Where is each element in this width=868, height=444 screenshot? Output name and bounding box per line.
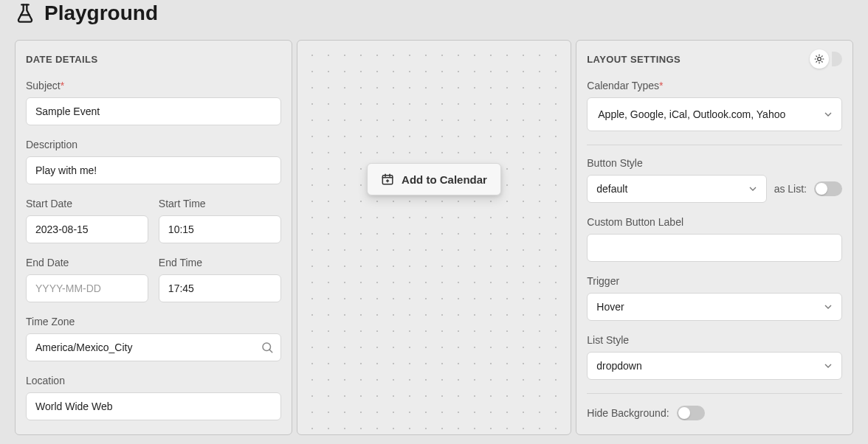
hide-background-label: Hide Background: — [587, 407, 669, 419]
as-list-label: as List: — [774, 183, 807, 195]
end-date-label: End Date — [26, 257, 148, 268]
add-to-calendar-label: Add to Calendar — [402, 173, 487, 186]
add-to-calendar-button[interactable]: Add to Calendar — [367, 163, 501, 195]
divider — [587, 393, 842, 394]
search-icon[interactable] — [261, 341, 274, 354]
calendar-types-select[interactable]: Apple, Google, iCal, Outlook.com, Yahoo — [587, 97, 842, 131]
end-time-input[interactable] — [159, 274, 281, 302]
date-details-panel: DATE DETAILS Subject* Description Start … — [15, 40, 292, 435]
timezone-input[interactable] — [26, 333, 281, 361]
timezone-label: Time Zone — [26, 316, 281, 327]
custom-button-label-input[interactable] — [587, 234, 842, 262]
page-header: Playground — [0, 0, 868, 40]
hide-background-toggle[interactable] — [677, 406, 705, 420]
list-style-select[interactable]: dropdown — [587, 352, 842, 380]
calendar-plus-icon — [381, 173, 394, 186]
subject-input[interactable] — [26, 97, 281, 125]
start-date-input[interactable] — [26, 215, 148, 243]
svg-point-2 — [818, 58, 822, 61]
divider — [587, 145, 842, 145]
button-style-label: Button Style — [587, 157, 842, 169]
page-title: Playground — [44, 1, 158, 25]
start-date-label: Start Date — [26, 198, 148, 209]
section-title-date-details: DATE DETAILS — [26, 54, 281, 65]
as-list-toggle[interactable] — [814, 181, 842, 196]
trigger-label: Trigger — [587, 275, 842, 287]
start-time-input[interactable] — [159, 215, 281, 243]
end-time-label: End Time — [159, 257, 281, 268]
end-date-input[interactable] — [26, 274, 148, 302]
calendar-types-label: Calendar Types* — [587, 80, 842, 91]
section-title-layout-settings: LAYOUT SETTINGS — [587, 54, 842, 65]
button-style-select[interactable]: default — [587, 175, 766, 203]
list-style-label: List Style — [587, 334, 842, 346]
description-label: Description — [26, 139, 281, 150]
start-time-label: Start Time — [159, 198, 281, 209]
location-input[interactable] — [26, 392, 281, 420]
flask-icon — [15, 3, 35, 24]
custom-button-label-label: Custom Button Label — [587, 216, 842, 228]
preview-panel: Add to Calendar — [297, 40, 572, 435]
sun-icon — [810, 49, 829, 69]
description-input[interactable] — [26, 156, 281, 184]
layout-settings-panel: LAYOUT SETTINGS Calendar Types* Apple, G… — [576, 40, 853, 435]
trigger-select[interactable]: Hover — [587, 293, 842, 321]
location-label: Location — [26, 375, 281, 386]
theme-toggle[interactable] — [810, 49, 842, 69]
subject-label: Subject* — [26, 80, 281, 91]
